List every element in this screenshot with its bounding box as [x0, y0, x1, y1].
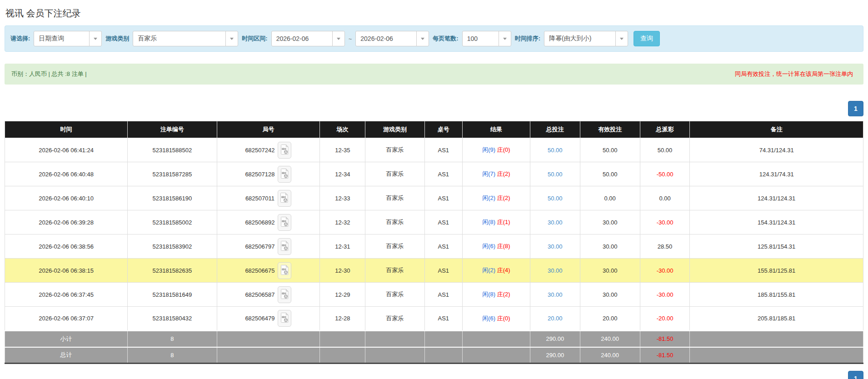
total-bet-link[interactable]: 20.00 — [548, 315, 563, 322]
session-cell: 12-29 — [320, 283, 365, 307]
round-number: 682507011 — [245, 195, 274, 202]
total-valid-bet: 240.00 — [580, 347, 640, 364]
result-cell: 闲(8) 庄(2) — [462, 283, 530, 307]
total-bet-cell: 50.00 — [530, 186, 580, 210]
column-header-3: 场次 — [320, 121, 365, 138]
round-number: 682506892 — [245, 219, 274, 226]
sort-order-select[interactable]: 降幂(由大到小) — [544, 31, 628, 46]
total-bet-cell: 30.00 — [530, 210, 580, 234]
subtotal-payout: -81.50 — [640, 331, 690, 347]
result-cell: 闲(6) 庄(0) — [462, 307, 530, 331]
valid-bet-cell: 50.00 — [580, 138, 640, 162]
banker-result: 庄(8) — [497, 243, 510, 249]
round-cell: 682506892 — [217, 210, 320, 234]
total-bet-link[interactable]: 30.00 — [548, 243, 563, 250]
banker-result: 庄(2) — [497, 291, 510, 298]
bet-id-cell: 523181581649 — [128, 283, 217, 307]
video-replay-button[interactable] — [278, 190, 291, 207]
table-row: 2026-02-06 06:40:10523181586190682507011… — [5, 186, 863, 210]
per-page-select[interactable]: 100 — [462, 31, 511, 46]
result-cell: 闲(6) 庄(8) — [462, 234, 530, 259]
date-to-select[interactable]: 2026-02-06 — [355, 31, 429, 46]
remark-cell: 205.81/185.81 — [690, 307, 863, 331]
round-number: 682506675 — [245, 267, 274, 274]
query-type-select[interactable]: 日期查询 — [34, 31, 102, 46]
round-cell: 682507242 — [217, 138, 320, 162]
round-number: 682507128 — [245, 171, 274, 178]
round-cell: 682507128 — [217, 162, 320, 186]
video-replay-button[interactable] — [278, 142, 291, 159]
video-replay-button[interactable] — [278, 166, 291, 183]
date-from-select[interactable]: 2026-02-06 — [271, 31, 345, 46]
table-no-cell: AS1 — [424, 186, 462, 210]
video-replay-button[interactable] — [278, 214, 291, 231]
remark-cell: 155.81/125.81 — [690, 259, 863, 283]
chevron-down-icon — [615, 31, 628, 46]
per-page-value: 100 — [463, 35, 499, 42]
video-replay-button[interactable] — [278, 310, 291, 327]
total-bet-link[interactable]: 50.00 — [548, 147, 563, 154]
table-row: 2026-02-06 06:38:15523181582635682506675… — [5, 259, 863, 283]
filter-bar: 请选择: 日期查询 游戏类别 百家乐 时间区间: 2026-02-06 ~ 20… — [5, 25, 863, 52]
total-bet-link[interactable]: 30.00 — [548, 219, 563, 226]
valid-bet-cell: 30.00 — [580, 234, 640, 259]
summary-info-bar: 币别：人民币 | 总共 :8 注单 | 同局有效投注，统一计算在该局第一张注单内 — [5, 64, 863, 85]
table-no-cell: AS1 — [424, 307, 462, 331]
table-no-cell: AS1 — [424, 283, 462, 307]
query-type-value: 日期查询 — [34, 35, 89, 43]
total-bet-link[interactable]: 50.00 — [548, 171, 563, 178]
video-file-icon — [280, 289, 289, 299]
valid-bet-cell: 50.00 — [580, 162, 640, 186]
bet-id-cell: 523181582635 — [128, 259, 217, 283]
payout-cell: 28.50 — [640, 234, 690, 259]
banker-result: 庄(0) — [497, 315, 510, 322]
table-no-cell: AS1 — [424, 138, 462, 162]
remark-cell: 124.31/124.31 — [690, 186, 863, 210]
total-bet-link[interactable]: 50.00 — [548, 195, 563, 202]
search-button[interactable]: 查询 — [634, 31, 660, 46]
time-cell: 2026-02-06 06:40:48 — [5, 162, 128, 186]
time-range-label: 时间区间: — [242, 35, 267, 43]
round-number: 682506479 — [245, 315, 274, 322]
player-result: 闲(2) — [482, 194, 495, 201]
player-result: 闲(9) — [482, 146, 495, 153]
video-file-icon — [280, 144, 289, 155]
table-no-cell: AS1 — [424, 162, 462, 186]
valid-bet-cell: 20.00 — [580, 307, 640, 331]
total-bet-link[interactable]: 30.00 — [548, 291, 563, 298]
game-type-cell: 百家乐 — [365, 138, 424, 162]
time-cell: 2026-02-06 06:37:07 — [5, 307, 128, 331]
column-header-9: 总派彩 — [640, 121, 690, 138]
session-cell: 12-31 — [320, 234, 365, 259]
round-cell: 682506479 — [217, 307, 320, 331]
page-1-button[interactable]: 1 — [848, 371, 863, 379]
bet-id-cell: 523181586190 — [128, 186, 217, 210]
per-page-label: 每页笔数: — [433, 35, 458, 43]
page-1-button[interactable]: 1 — [848, 101, 863, 116]
game-type-label: 游戏类别 — [105, 35, 129, 43]
table-no-cell: AS1 — [424, 259, 462, 283]
bet-id-cell: 523181580432 — [128, 307, 217, 331]
column-header-5: 桌号 — [424, 121, 462, 138]
bet-id-cell: 523181587285 — [128, 162, 217, 186]
video-replay-button[interactable] — [278, 238, 291, 255]
game-type-select[interactable]: 百家乐 — [133, 31, 238, 46]
total-bet-cell: 50.00 — [530, 138, 580, 162]
remark-cell: 125.81/154.31 — [690, 234, 863, 259]
result-cell: 闲(7) 庄(2) — [462, 162, 530, 186]
video-replay-button[interactable] — [278, 262, 291, 279]
result-cell: 闲(9) 庄(0) — [462, 138, 530, 162]
total-count: 8 — [128, 347, 217, 364]
chevron-down-icon — [499, 31, 511, 46]
video-replay-button[interactable] — [278, 286, 291, 303]
date-range-separator: ~ — [349, 35, 352, 42]
records-table: 时间注单编号局号场次游戏类别桌号结果总投注有效投注总派彩备注 2026-02-0… — [5, 121, 863, 364]
player-result: 闲(2) — [482, 267, 495, 274]
total-bet-link[interactable]: 30.00 — [548, 267, 563, 274]
column-header-6: 结果 — [462, 121, 530, 138]
total-row: 总计8290.00240.00-81.50 — [5, 347, 863, 364]
time-cell: 2026-02-06 06:41:24 — [5, 138, 128, 162]
banker-result: 庄(1) — [497, 219, 510, 225]
column-header-0: 时间 — [5, 121, 128, 138]
table-row: 2026-02-06 06:37:07523181580432682506479… — [5, 307, 863, 331]
